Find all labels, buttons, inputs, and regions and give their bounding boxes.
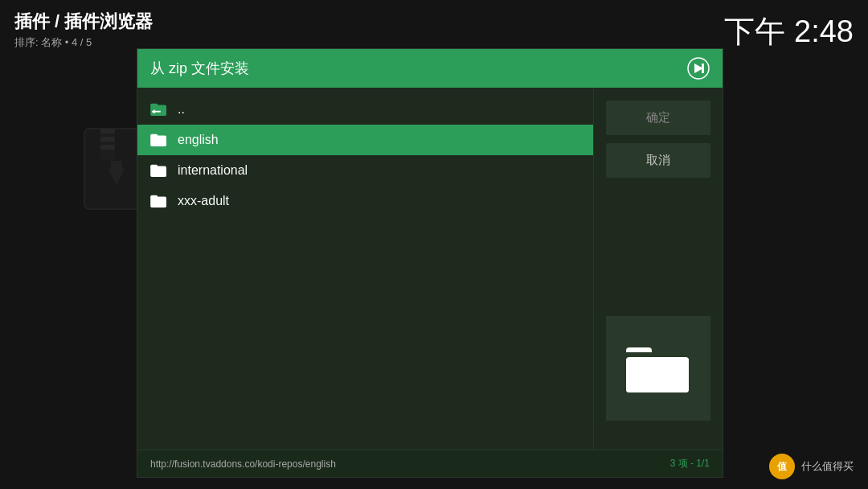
file-item-international[interactable]: international: [137, 155, 593, 186]
folder-icon-international: [150, 163, 168, 178]
folder-icon-xxx-adult: [150, 194, 168, 208]
svg-rect-2: [100, 129, 115, 134]
breadcrumb-area: 插件 / 插件浏览器 排序: 名称 • 4 / 5: [14, 10, 153, 50]
dialog-body: .. english international: [137, 88, 723, 450]
kodi-logo-icon: [687, 57, 710, 80]
confirm-button[interactable]: 确定: [606, 101, 710, 135]
page-title: 插件 / 插件浏览器: [14, 10, 153, 34]
status-count: 3 项 - 1/1: [670, 457, 710, 471]
svg-rect-19: [150, 195, 158, 199]
file-item-english-label: english: [178, 133, 219, 147]
preview-area: [606, 316, 710, 421]
dialog-title: 从 zip 文件安装: [150, 59, 249, 78]
watermark-area: 值 什么值得买: [769, 454, 854, 479]
status-url: http://fusion.tvaddons.co/kodi-repos/eng…: [150, 458, 336, 470]
file-item-xxx-adult[interactable]: xxx-adult: [137, 186, 593, 216]
file-item-international-label: international: [178, 163, 248, 178]
parent-folder-icon: [150, 102, 168, 117]
svg-rect-13: [152, 111, 161, 113]
clock: 下午 2:48: [724, 11, 854, 52]
file-list: .. english international: [137, 88, 594, 450]
watermark-badge: 值: [769, 454, 795, 479]
preview-folder-icon: [626, 343, 690, 395]
svg-rect-23: [626, 357, 689, 392]
file-item-parent-label: ..: [178, 102, 185, 117]
right-panel: 确定 取消: [594, 88, 723, 450]
breadcrumb-subtitle: 排序: 名称 • 4 / 5: [14, 35, 153, 50]
status-bar: http://fusion.tvaddons.co/kodi-repos/eng…: [137, 450, 723, 477]
svg-rect-6: [111, 161, 122, 171]
dialog-header: 从 zip 文件安装: [137, 49, 723, 88]
svg-rect-17: [150, 165, 158, 169]
file-item-english[interactable]: english: [137, 125, 593, 155]
svg-rect-3: [100, 137, 115, 142]
file-item-parent[interactable]: ..: [137, 94, 593, 125]
svg-rect-11: [150, 104, 158, 108]
dialog: 从 zip 文件安装 ..: [137, 48, 723, 478]
watermark-text: 什么值得买: [801, 459, 854, 474]
svg-rect-4: [100, 145, 115, 150]
cancel-button[interactable]: 取消: [606, 143, 710, 178]
svg-rect-9: [702, 64, 704, 73]
file-item-xxx-adult-label: xxx-adult: [178, 194, 229, 208]
folder-icon-english: [150, 133, 168, 147]
svg-rect-15: [150, 134, 158, 138]
